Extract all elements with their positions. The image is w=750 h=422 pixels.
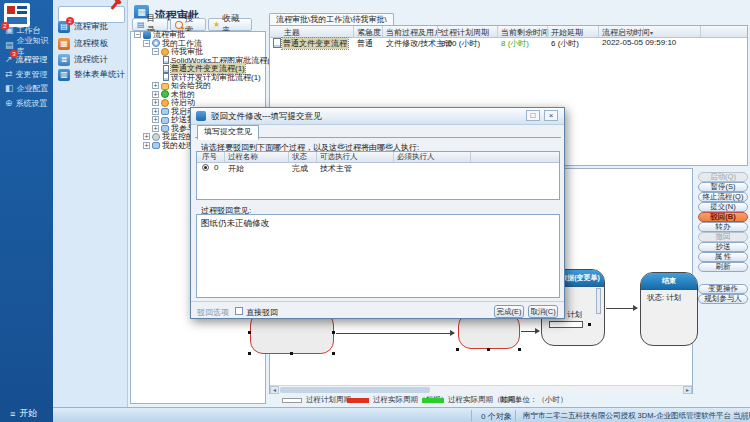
resize-grip[interactable] <box>740 412 748 420</box>
change-mgmt-icon: ⇄ <box>5 70 13 79</box>
dialog-list-row[interactable]: 0 开始 完成 技术主管 <box>197 163 559 172</box>
dialog-icon <box>196 111 206 121</box>
finish-button[interactable]: 完成(E) <box>494 305 524 318</box>
cancel-button[interactable]: 取消(C) <box>528 305 558 318</box>
start-button[interactable]: ≡ 开始 <box>10 407 37 420</box>
sidebar-item-knowledge[interactable]: ▤ 企业知识库 <box>0 39 53 52</box>
logo-bar-3 <box>7 17 27 24</box>
sidebar-item-label: 流程管理 <box>16 54 48 65</box>
col-subject[interactable]: 主题 <box>284 27 300 38</box>
module-item-process-template[interactable]: ▦ 流程模板 <box>58 37 108 51</box>
col-plan-period[interactable]: 过程计划周期 <box>441 27 489 38</box>
close-icon[interactable]: × <box>544 110 558 121</box>
col-required-executor: 必须执行人 <box>397 152 435 162</box>
action-cc-button[interactable]: 抄送 <box>698 242 748 252</box>
row-no: 0 <box>214 163 218 172</box>
direct-reject-checkbox[interactable] <box>235 307 243 315</box>
maximize-icon[interactable]: □ <box>526 110 540 121</box>
my-records-icon <box>152 142 160 149</box>
expand-icon[interactable]: + <box>152 99 159 106</box>
expand-icon[interactable]: + <box>152 125 159 132</box>
dialog-title: 驳回文件修改---填写提交意见 <box>211 111 322 123</box>
start-icon: ≡ <box>10 409 15 419</box>
cell-subject[interactable]: 普通文件变更流程 <box>282 38 348 49</box>
sidebar-item-label: 企业配置 <box>17 83 49 94</box>
node-handle[interactable] <box>332 352 335 355</box>
table-row[interactable]: 普通文件变更流程 普通 文件修改/技术主管 8:00 (小时) 8 (小时) 6… <box>270 38 747 48</box>
sidebar-item-process-mgmt[interactable]: ↗3 流程管理 <box>0 53 53 66</box>
node-handle[interactable] <box>518 348 521 351</box>
process-approval-module-icon: ▤2 <box>58 21 70 33</box>
row-process-name: 开始 <box>228 163 244 174</box>
col-urgency[interactable]: 紧急度 <box>357 27 381 38</box>
diagram-hscrollbar[interactable]: ◂ ▸ <box>270 385 692 394</box>
table-header: 主题 紧急度 当前过程及用户 过程计划周期 当前剩余时间 开始延期 流程启动时间 <box>270 26 747 38</box>
module-item-form-stats[interactable]: ▥ 整体表单统计 <box>58 68 125 82</box>
node-handle[interactable] <box>487 348 490 351</box>
connector-arrow <box>606 308 637 309</box>
sidebar-item-system-settings[interactable]: ⊕ 系统设置 <box>0 97 53 110</box>
expand-icon[interactable]: + <box>152 116 159 123</box>
collapse-icon[interactable]: − <box>134 31 141 38</box>
col-current-step[interactable]: 当前过程及用户 <box>386 27 442 38</box>
module-item-label: 整体表单统计 <box>74 69 125 81</box>
action-change-op-button[interactable]: 变更操作 <box>698 284 748 294</box>
process-template-module-icon: ▦ <box>58 38 70 50</box>
action-submit-button[interactable]: 提交(N) <box>698 202 748 212</box>
process-approval-badge: 2 <box>66 17 74 25</box>
action-refresh-button[interactable]: 刷新 <box>698 262 748 272</box>
action-withdraw-button[interactable]: 撤回 <box>698 232 748 242</box>
col-process-name: 过程名称 <box>228 152 258 162</box>
workflow-node-end[interactable]: 结束 状态: 计划 <box>640 272 698 346</box>
action-start-button[interactable]: 启动(Q) <box>698 172 748 182</box>
action-properties-button[interactable]: 属 性 <box>698 252 748 262</box>
node-handle[interactable] <box>456 348 459 351</box>
node-handle[interactable] <box>290 352 293 355</box>
legend-overdue-swatch <box>347 398 369 403</box>
node-handle[interactable] <box>248 352 251 355</box>
module-item-process-stats[interactable]: ≣ 流程统计 <box>58 53 108 67</box>
dialog-tab[interactable]: 填写提交意见 <box>197 125 259 140</box>
scroll-right-icon[interactable]: ▸ <box>683 386 692 394</box>
scrollbar-thumb[interactable] <box>280 387 430 393</box>
sidebar-item-enterprise-config[interactable]: ◧ 企业配置 <box>0 82 53 95</box>
status-bar: 0 个对象 南宁市二零二五科技有限公司授权 3DM-企业图纸管理软件平台 当前用… <box>53 407 750 422</box>
expand-icon[interactable]: + <box>143 133 150 140</box>
action-transfer-button[interactable]: 转办 <box>698 222 748 232</box>
col-remaining[interactable]: 当前剩余时间 <box>501 27 549 38</box>
node-handle[interactable] <box>332 331 335 334</box>
logo-mark-red <box>7 6 15 14</box>
opinion-textarea[interactable]: 图纸仍未正确修改 <box>196 214 560 298</box>
module-item-process-approval[interactable]: ▤2 流程审批 <box>58 20 108 34</box>
collapse-icon[interactable]: − <box>143 40 150 47</box>
action-terminate-button[interactable]: 终止流程(Q) <box>698 192 748 202</box>
legend-plan-swatch <box>282 398 302 403</box>
radio-selected-icon[interactable] <box>202 164 209 171</box>
app-window: ▣2 工作台 ▤ 企业知识库 ↗3 流程管理 ⇄ 变更管理 ◧ 企业配置 ⊕ 系… <box>0 0 750 422</box>
expand-icon[interactable]: + <box>152 82 159 89</box>
action-reject-button[interactable]: 驳回(B) <box>698 212 748 222</box>
expand-icon[interactable]: + <box>152 91 159 98</box>
node-mini-scrollbar[interactable] <box>596 288 601 314</box>
expand-icon[interactable]: + <box>143 142 150 149</box>
connector-arrow <box>521 331 539 332</box>
node-handle[interactable] <box>248 331 251 334</box>
action-plan-participants-button[interactable]: 规划参与人 <box>698 294 748 304</box>
dialog-list-header: 序号 过程名称 状态 可选执行人 必须执行人 <box>197 152 559 163</box>
collapse-icon[interactable]: − <box>152 48 159 55</box>
expand-icon[interactable]: + <box>152 108 159 115</box>
col-start-time[interactable]: 流程启动时间 <box>602 27 653 38</box>
scroll-left-icon[interactable]: ◂ <box>270 386 279 394</box>
sidebar-item-label: 变更管理 <box>16 69 48 80</box>
connector-arrow <box>336 333 454 334</box>
col-start-delay[interactable]: 开始延期 <box>551 27 583 38</box>
sidebar-item-change-mgmt[interactable]: ⇄ 变更管理 <box>0 68 53 81</box>
legend-ontime-swatch <box>422 398 444 403</box>
sidebar-item-label: 系统设置 <box>16 98 48 109</box>
dialog-title-bar[interactable]: 驳回文件修改---填写提交意见 □ × <box>191 108 564 125</box>
my-workflow-icon <box>152 39 160 47</box>
action-pause-button[interactable]: 暂停(S) <box>698 182 748 192</box>
favorites-button[interactable]: ★ 收藏夹 <box>208 18 252 31</box>
cell-plan-period: 8:00 (小时) <box>441 38 480 49</box>
logo-bar-1 <box>17 6 27 9</box>
